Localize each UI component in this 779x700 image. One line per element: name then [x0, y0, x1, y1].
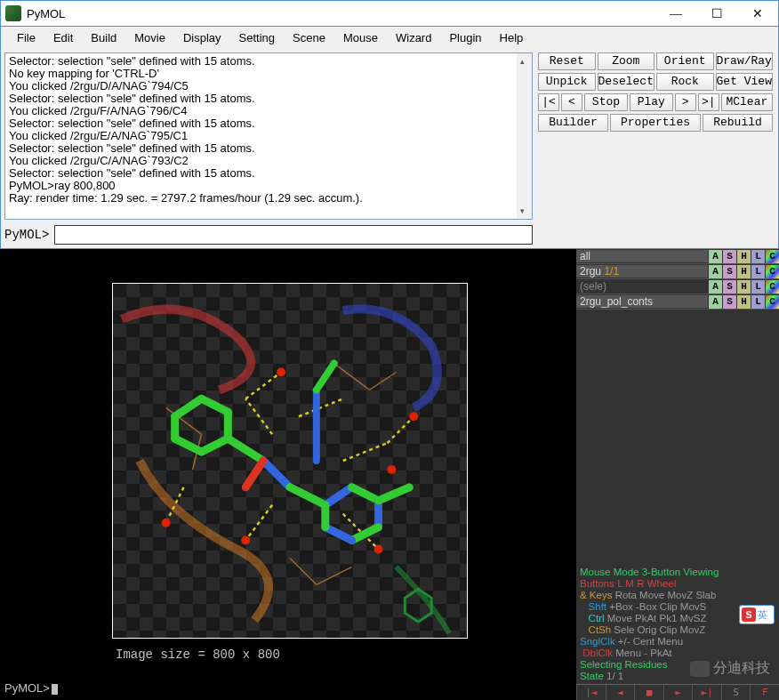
- show-button[interactable]: S: [723, 265, 736, 278]
- app-icon: [5, 5, 21, 21]
- console-line: You clicked /2rgu/E/A/NAG`795/C1: [9, 130, 528, 142]
- console-line: Selector: selection "sele" defined with …: [9, 142, 528, 155]
- menu-build[interactable]: Build: [82, 31, 125, 44]
- menu-movie[interactable]: Movie: [125, 31, 174, 44]
- playback-bar: |◄ ◄ ■ ► ►| S F: [576, 684, 779, 700]
- color-button[interactable]: C: [766, 280, 779, 294]
- orient-button[interactable]: Orient: [656, 52, 714, 70]
- svg-line-7: [299, 398, 343, 416]
- menu-help[interactable]: Help: [491, 31, 533, 44]
- color-button[interactable]: C: [766, 265, 779, 278]
- hide-button[interactable]: H: [737, 280, 751, 294]
- builder-button[interactable]: Builder: [538, 114, 608, 132]
- zoom-button[interactable]: Zoom: [598, 52, 655, 70]
- molecule-render: [113, 284, 467, 638]
- hide-button[interactable]: H: [737, 250, 751, 263]
- svg-line-30: [245, 461, 263, 487]
- fast-fwd-button[interactable]: >|: [698, 93, 719, 111]
- label-button[interactable]: L: [751, 280, 765, 294]
- console-line: You clicked /2rgu/C/A/NAG`793/C2: [9, 155, 528, 167]
- label-button[interactable]: L: [751, 265, 765, 278]
- rock-button[interactable]: Rock: [656, 73, 714, 91]
- viewport-3d[interactable]: Image size = 800 x 800 PyMOL>: [0, 249, 576, 700]
- draw-ray-button[interactable]: Draw/Ray: [716, 52, 774, 70]
- render-frame: [112, 283, 468, 639]
- pb-stop[interactable]: ■: [634, 685, 663, 700]
- action-button[interactable]: A: [709, 295, 722, 309]
- console-line: No key mapping for 'CTRL-D': [9, 68, 528, 80]
- ime-badge[interactable]: S 英: [739, 605, 775, 624]
- label-button[interactable]: L: [751, 295, 765, 309]
- svg-line-3: [370, 373, 397, 390]
- action-button[interactable]: A: [709, 280, 722, 294]
- reset-button[interactable]: Reset: [538, 52, 596, 70]
- pb-last[interactable]: ►|: [692, 685, 721, 700]
- pb-first[interactable]: |◄: [576, 685, 606, 700]
- svg-point-34: [374, 545, 383, 554]
- object-row-sele[interactable]: (sele) ASHLC: [576, 279, 779, 294]
- pb-f[interactable]: F: [750, 685, 779, 700]
- svg-line-10: [245, 505, 272, 541]
- menu-wizard[interactable]: Wizard: [387, 31, 440, 44]
- rewind-button[interactable]: |<: [538, 93, 559, 111]
- window-title: PyMOL: [27, 7, 655, 20]
- deselect-button[interactable]: Deselect: [598, 73, 655, 91]
- hide-button[interactable]: H: [737, 265, 751, 278]
- unpick-button[interactable]: Unpick: [538, 73, 596, 91]
- console-line: Selector: selection "sele" defined with …: [9, 55, 528, 68]
- step-back-button[interactable]: <: [561, 93, 582, 111]
- console-scrollbar[interactable]: [517, 53, 532, 219]
- menu-display[interactable]: Display: [174, 31, 230, 44]
- menu-setting[interactable]: Setting: [230, 31, 284, 44]
- maximize-button[interactable]: ☐: [696, 1, 737, 27]
- color-button[interactable]: C: [766, 295, 779, 309]
- object-row-2rgu[interactable]: 2rgu 1/1 ASHLC: [576, 264, 779, 279]
- label-button[interactable]: L: [751, 250, 765, 263]
- svg-line-32: [317, 364, 334, 390]
- show-button[interactable]: S: [723, 295, 736, 309]
- console-line: Selector: selection "sele" defined with …: [9, 167, 528, 180]
- menu-mouse[interactable]: Mouse: [334, 31, 387, 44]
- menu-scene[interactable]: Scene: [284, 31, 334, 44]
- image-size-label: Image size = 800 x 800: [116, 648, 280, 662]
- svg-line-8: [343, 443, 388, 461]
- svg-line-14: [175, 398, 202, 416]
- svg-line-24: [352, 487, 379, 501]
- show-button[interactable]: S: [723, 250, 736, 263]
- svg-line-23: [325, 487, 352, 505]
- pb-s[interactable]: S: [721, 685, 751, 700]
- show-button[interactable]: S: [723, 280, 736, 294]
- console-output[interactable]: Selector: selection "sele" defined with …: [4, 52, 533, 220]
- svg-line-18: [175, 439, 202, 452]
- menu-edit[interactable]: Edit: [44, 31, 82, 44]
- get-view-button[interactable]: Get View: [716, 73, 774, 91]
- minimize-button[interactable]: —: [655, 1, 696, 27]
- svg-line-29: [379, 487, 410, 501]
- viewport-prompt[interactable]: PyMOL>: [4, 681, 58, 696]
- pb-back[interactable]: ◄: [606, 685, 635, 700]
- console-line: Selector: selection "sele" defined with …: [9, 117, 528, 130]
- svg-line-26: [352, 527, 379, 541]
- titlebar: PyMOL — ☐ ✕: [0, 0, 779, 27]
- properties-button[interactable]: Properties: [610, 114, 701, 132]
- color-button[interactable]: C: [766, 250, 779, 263]
- command-input[interactable]: [54, 225, 533, 245]
- pb-play[interactable]: ►: [663, 685, 693, 700]
- stop-button[interactable]: Stop: [584, 93, 628, 111]
- close-button[interactable]: ✕: [737, 1, 778, 27]
- menu-plugin[interactable]: Plugin: [440, 31, 490, 44]
- watermark: 分迪科技: [690, 659, 770, 678]
- svg-point-36: [409, 412, 418, 421]
- play-button[interactable]: Play: [630, 93, 673, 111]
- action-button[interactable]: A: [709, 265, 722, 278]
- object-row-contacts[interactable]: 2rgu_pol_conts ASHLC: [576, 294, 779, 310]
- object-row-all[interactable]: all ASHLC: [576, 249, 779, 264]
- hide-button[interactable]: H: [737, 295, 751, 309]
- menu-file[interactable]: File: [8, 31, 44, 44]
- mclear-button[interactable]: MClear: [721, 93, 773, 111]
- action-button[interactable]: A: [709, 250, 722, 263]
- rebuild-button[interactable]: Rebuild: [703, 114, 773, 132]
- step-fwd-button[interactable]: >: [675, 93, 696, 111]
- svg-point-38: [387, 465, 396, 474]
- svg-line-6: [245, 373, 281, 399]
